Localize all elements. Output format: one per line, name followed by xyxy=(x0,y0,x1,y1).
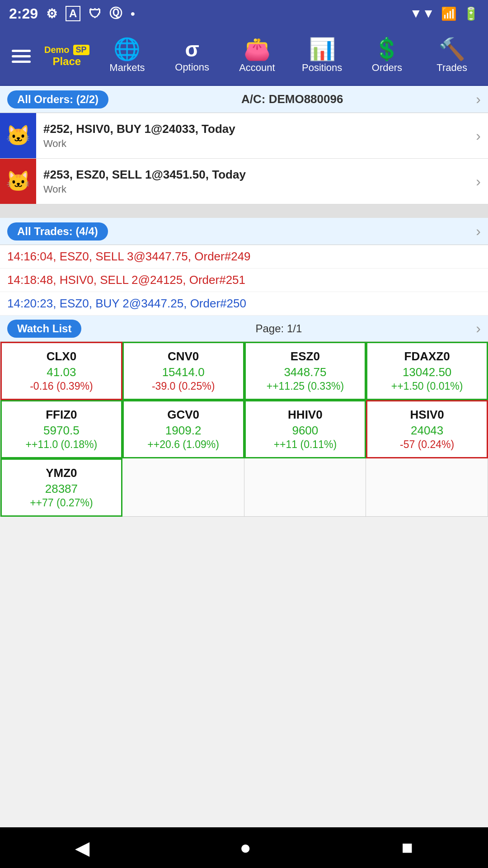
nav-options[interactable]: σ Options xyxy=(165,36,219,76)
watch-cell[interactable]: GCV0 1909.2 ++20.6 (1.09%) xyxy=(122,400,244,458)
order-chevron-1: › xyxy=(476,127,488,144)
watch-cell[interactable] xyxy=(366,458,488,517)
back-button[interactable]: ◀ xyxy=(75,837,89,859)
watch-sym: YMZ0 xyxy=(46,466,77,480)
watch-price: 5970.5 xyxy=(43,424,80,438)
positions-icon: 📊 xyxy=(309,38,336,60)
watch-cell[interactable]: FFIZ0 5970.5 ++11.0 (0.18%) xyxy=(0,400,122,458)
dot-icon: ● xyxy=(130,9,135,19)
watch-change: ++77 (0.27%) xyxy=(30,497,93,509)
place-button[interactable]: Demo SP Place xyxy=(39,42,95,71)
order-status-2: Work xyxy=(43,184,469,195)
order-row[interactable]: 🐱 #253, ESZ0, SELL 1@3451.50, Today Work… xyxy=(0,159,488,204)
watchlist-chevron: › xyxy=(476,320,481,337)
trades-icon: 🔨 xyxy=(438,38,465,60)
watch-change: -0.16 (0.39%) xyxy=(30,380,93,392)
signal-icon: 📶 xyxy=(441,6,457,21)
watchlist-badge[interactable]: Watch List xyxy=(7,320,81,338)
watch-change: ++11.25 (0.33%) xyxy=(267,380,344,392)
watch-change: ++1.50 (0.01%) xyxy=(391,380,463,392)
orders-icon: 💲 xyxy=(373,38,400,60)
gear-icon: ⚙ xyxy=(46,6,57,21)
trade-row[interactable]: 14:18:48, HSIV0, SELL 2@24125, Order#251 xyxy=(0,269,488,292)
wifi-icon: ▼▼ xyxy=(410,6,435,21)
menu-button[interactable] xyxy=(4,45,39,67)
watch-sym: HSIV0 xyxy=(410,408,444,422)
watch-change: ++11 (0.11%) xyxy=(274,439,337,451)
divider-1 xyxy=(0,204,488,218)
watch-price: 28387 xyxy=(45,482,78,496)
a-icon: A xyxy=(66,6,80,21)
all-orders-header[interactable]: All Orders: (2/2) A/C: DEMO880096 › xyxy=(0,86,488,113)
all-orders-badge: All Orders: (2/2) xyxy=(7,90,108,108)
markets-icon: 🌐 xyxy=(113,38,141,60)
trade-text-3: 14:20:23, ESZ0, BUY 2@3447.25, Order#250 xyxy=(7,297,246,310)
watch-grid: CLX0 41.03 -0.16 (0.39%) CNV0 15414.0 -3… xyxy=(0,342,488,517)
account-icon: 👛 xyxy=(244,38,271,60)
watch-cell[interactable]: ESZ0 3448.75 ++11.25 (0.33%) xyxy=(244,342,366,400)
order-row[interactable]: 🐱 #252, HSIV0, BUY 1@24033, Today Work › xyxy=(0,113,488,159)
all-trades-chevron: › xyxy=(476,223,481,240)
order-title-1: #252, HSIV0, BUY 1@24033, Today xyxy=(43,122,469,136)
watch-cell[interactable]: YMZ0 28387 ++77 (0.27%) xyxy=(0,458,122,517)
watch-cell[interactable] xyxy=(122,458,244,517)
watch-change: ++11.0 (0.18%) xyxy=(26,439,98,451)
trade-row[interactable]: 14:20:23, ESZ0, BUY 2@3447.25, Order#250 xyxy=(0,292,488,316)
watch-price: 24043 xyxy=(411,424,443,438)
watch-price: 9600 xyxy=(292,424,318,438)
watch-sym: FFIZ0 xyxy=(46,408,77,422)
status-bar: 2:29 ⚙ A 🛡 Ⓠ ● ▼▼ 📶 🔋 xyxy=(0,0,488,27)
options-icon: σ xyxy=(185,39,199,60)
sp-badge: SP xyxy=(73,45,89,55)
shield-icon: 🛡 xyxy=(89,6,101,21)
nav-positions[interactable]: 📊 Positions xyxy=(295,36,349,76)
watch-cell[interactable] xyxy=(244,458,366,517)
watch-price: 13042.50 xyxy=(403,365,451,379)
nav-items: 🌐 Markets σ Options 👛 Account 📊 Position… xyxy=(95,36,484,76)
all-trades-header[interactable]: All Trades: (4/4) › xyxy=(0,218,488,245)
cat-icon-2: 🐱 xyxy=(6,170,31,193)
order-icon-red: 🐱 xyxy=(0,159,36,204)
watch-change: -57 (0.24%) xyxy=(400,439,454,451)
cat-icon-1: 🐱 xyxy=(6,124,31,147)
nav-markets[interactable]: 🌐 Markets xyxy=(100,36,154,76)
home-button[interactable]: ● xyxy=(240,837,251,859)
nav-account[interactable]: 👛 Account xyxy=(230,36,284,76)
watch-change: -39.0 (0.25%) xyxy=(152,380,215,392)
trade-row[interactable]: 14:16:04, ESZ0, SELL 3@3447.75, Order#24… xyxy=(0,245,488,269)
watch-cell[interactable]: FDAXZ0 13042.50 ++1.50 (0.01%) xyxy=(366,342,488,400)
watch-cell[interactable]: CNV0 15414.0 -39.0 (0.25%) xyxy=(122,342,244,400)
options-label: Options xyxy=(175,61,209,73)
nav-orders[interactable]: 💲 Orders xyxy=(360,36,414,76)
watch-change: ++20.6 (1.09%) xyxy=(147,439,219,451)
watchlist-page: Page: 1/1 xyxy=(256,322,302,335)
ac-number: A/C: DEMO880096 xyxy=(241,92,343,106)
place-label: Place xyxy=(52,55,81,68)
order-status-1: Work xyxy=(43,138,469,150)
watch-cell[interactable]: HSIV0 24043 -57 (0.24%) xyxy=(366,400,488,458)
nav-trades[interactable]: 🔨 Trades xyxy=(425,36,479,76)
markets-label: Markets xyxy=(109,62,145,74)
watchlist-header: Watch List Page: 1/1 › xyxy=(0,316,488,342)
watch-sym: GCV0 xyxy=(167,408,199,422)
battery-icon: 🔋 xyxy=(463,6,479,21)
watch-cell[interactable]: HHIV0 9600 ++11 (0.11%) xyxy=(244,400,366,458)
q-icon: Ⓠ xyxy=(109,5,122,22)
recent-button[interactable]: ■ xyxy=(401,837,413,859)
all-orders-chevron: › xyxy=(476,91,481,108)
bottom-nav: ◀ ● ■ xyxy=(0,827,488,868)
trades-label: Trades xyxy=(436,62,467,74)
trade-text-1: 14:16:04, ESZ0, SELL 3@3447.75, Order#24… xyxy=(7,250,251,263)
watch-sym: FDAXZ0 xyxy=(404,349,450,363)
order-detail-1: #252, HSIV0, BUY 1@24033, Today Work xyxy=(36,118,476,154)
watch-sym: ESZ0 xyxy=(291,349,320,363)
order-title-2: #253, ESZ0, SELL 1@3451.50, Today xyxy=(43,168,469,182)
watch-price: 1909.2 xyxy=(165,424,202,438)
order-chevron-2: › xyxy=(476,173,488,190)
orders-label: Orders xyxy=(372,62,402,74)
status-time: 2:29 xyxy=(9,5,38,22)
positions-label: Positions xyxy=(302,62,342,74)
watch-cell[interactable]: CLX0 41.03 -0.16 (0.39%) xyxy=(0,342,122,400)
watch-sym: CLX0 xyxy=(47,349,76,363)
watch-sym: HHIV0 xyxy=(288,408,323,422)
